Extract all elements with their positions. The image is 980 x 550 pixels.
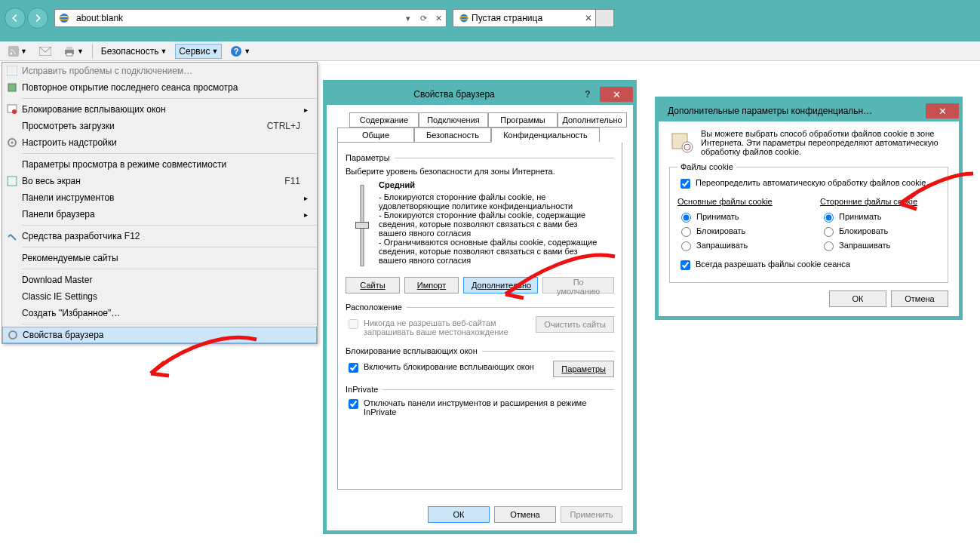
cancel-button[interactable]: Отмена (891, 290, 948, 307)
menu-browser-panels[interactable]: Панели браузера▸ (2, 206, 317, 223)
import-button[interactable]: Импорт (404, 277, 459, 293)
override-auto-checkbox[interactable] (680, 179, 690, 189)
group-inprivate: InPrivate (346, 385, 378, 394)
session-cookies-label: Всегда разрешать файлы cookie сеанса (696, 260, 850, 269)
first-block-radio[interactable] (681, 227, 691, 237)
new-tab-button[interactable] (596, 9, 614, 27)
tab-security[interactable]: Безопасность (414, 128, 491, 143)
svg-rect-9 (66, 53, 72, 56)
cookies-fieldset: Файлы cookie Переопределить автоматическ… (669, 162, 948, 283)
default-button: По умолчанию (542, 277, 614, 293)
menu-compat-view[interactable]: Параметры просмотра в режиме совместимос… (2, 156, 317, 173)
cookie-icon (669, 129, 693, 156)
enable-popup-blocker-label: Включить блокирование всплывающих окон (364, 362, 534, 371)
third-ask-radio[interactable] (824, 241, 834, 251)
intro-text: Вы можете выбрать способ обработки файло… (701, 129, 948, 156)
menu-classic-ie[interactable]: Classic IE Settings (2, 288, 317, 305)
refresh-icon[interactable]: ⟳ (416, 10, 431, 26)
tab-close-icon[interactable]: ✕ (585, 13, 592, 23)
svg-point-15 (12, 109, 17, 114)
forward-button[interactable] (27, 8, 48, 29)
ok-button[interactable]: ОК (428, 506, 490, 523)
feed-button[interactable]: ▼ (5, 44, 31, 59)
browser-tab[interactable]: Пустая страница ✕ (453, 9, 596, 27)
never-allow-location-label: Никогда не разрешать веб-сайтам запрашив… (364, 318, 530, 336)
privacy-tab-panel: Параметры Выберите уровень безопасности … (337, 143, 622, 490)
svg-point-17 (11, 142, 14, 144)
svg-point-0 (60, 14, 69, 23)
svg-point-19 (9, 331, 17, 339)
url-input[interactable] (73, 13, 401, 23)
help-button[interactable]: ?▼ (226, 43, 254, 60)
apply-button: Применить (561, 506, 622, 523)
address-bar[interactable]: ▾ ⟳ ✕ (54, 9, 447, 27)
read-mail-button[interactable] (35, 45, 55, 58)
cancel-button[interactable]: Отмена (494, 506, 556, 523)
menu-reopen-session[interactable]: Повторное открытие последнего сеанса про… (2, 79, 317, 96)
disable-inprivate-ext-label: Отключать панели инструментов и расширен… (364, 398, 614, 416)
tab-title: Пустая страница (472, 13, 542, 23)
group-popup: Блокирование всплывающих окон (346, 346, 478, 355)
advanced-button[interactable]: Дополнительно (463, 277, 538, 293)
dialog-titlebar: Свойства браузера ? ✕ (327, 84, 633, 105)
menu-download-master[interactable]: Download Master (2, 272, 317, 288)
popup-params-button[interactable]: Параметры (553, 361, 614, 377)
stop-icon[interactable]: ✕ (431, 10, 446, 26)
svg-rect-13 (8, 84, 16, 91)
tools-dropdown-menu: Исправить проблемы с подключением… Повто… (2, 62, 318, 344)
tools-menu[interactable]: Сервис▼ (175, 44, 222, 59)
close-button[interactable]: ✕ (926, 103, 959, 118)
tab-privacy[interactable]: Конфиденциальность (491, 128, 600, 143)
dialog-title: Свойства браузера (333, 89, 576, 100)
first-party-header: Основные файлы cookie (677, 197, 797, 206)
advanced-privacy-dialog: Дополнительные параметры конфиденциальн…… (658, 100, 960, 317)
menu-internet-options[interactable]: Свойства браузера (2, 327, 317, 343)
ok-button[interactable]: ОК (829, 290, 886, 307)
menu-dev-tools[interactable]: Средства разработчика F12 (2, 228, 317, 244)
print-button[interactable]: ▼ (60, 44, 88, 59)
back-button[interactable] (5, 8, 26, 29)
svg-rect-12 (7, 66, 17, 76)
first-ask-radio[interactable] (681, 241, 691, 251)
close-button[interactable]: ✕ (600, 87, 633, 102)
tab-programs[interactable]: Программы (488, 112, 558, 128)
group-location: Расположение (346, 303, 402, 312)
menu-create-favorites[interactable]: Создать "Избранное"… (2, 305, 317, 321)
tab-general[interactable]: Общие (337, 128, 414, 143)
enable-popup-blocker-checkbox[interactable] (349, 363, 358, 373)
svg-point-2 (460, 14, 468, 23)
disable-inprivate-ext-checkbox[interactable] (349, 399, 358, 409)
first-accept-radio[interactable] (681, 213, 691, 223)
dropdown-icon[interactable]: ▾ (401, 10, 416, 26)
tab-content[interactable]: Содержание (349, 112, 419, 128)
title-bar: ▾ ⟳ ✕ Пустая страница ✕ (0, 0, 980, 41)
svg-point-21 (682, 142, 693, 152)
privacy-slider[interactable] (346, 180, 379, 271)
privacy-level-label: Средний (379, 180, 415, 189)
select-level-text: Выберите уровень безопасности для зоны И… (346, 167, 614, 176)
third-block-radio[interactable] (824, 227, 834, 237)
session-cookies-checkbox[interactable] (680, 260, 690, 270)
privacy-bullet-2: - Блокируются сторонние файлы cookie, со… (379, 210, 598, 238)
help-button[interactable]: ? (576, 87, 600, 102)
menu-manage-addons[interactable]: Настроить надстройки (2, 134, 317, 151)
tab-advanced[interactable]: Дополнительно (558, 112, 627, 128)
clear-sites-button: Очистить сайты (536, 316, 614, 333)
sites-button[interactable]: Сайты (346, 277, 400, 293)
security-menu[interactable]: Безопасность▼ (97, 44, 171, 59)
third-party-header: Сторонние файлы cookie (820, 197, 940, 206)
menu-popup-blocker[interactable]: Блокирование всплывающих окон▸ (2, 101, 317, 118)
third-accept-radio[interactable] (824, 213, 834, 223)
tab-connections[interactable]: Подключения (419, 112, 488, 128)
command-bar: ▼ ▼ Безопасность▼ Сервис▼ ?▼ (0, 41, 980, 61)
never-allow-location-checkbox (349, 319, 358, 329)
svg-rect-18 (8, 177, 17, 186)
menu-recommended-sites[interactable]: Рекомендуемые сайты (2, 250, 317, 266)
svg-point-5 (11, 52, 13, 54)
svg-text:?: ? (234, 47, 239, 56)
menu-toolbars[interactable]: Панели инструментов▸ (2, 189, 317, 206)
menu-view-downloads[interactable]: Просмотреть загрузки CTRL+J (2, 118, 317, 134)
menu-fullscreen[interactable]: Во весь экран F11 (2, 173, 317, 189)
menu-fix-connection[interactable]: Исправить проблемы с подключением… (2, 63, 317, 79)
override-auto-label: Переопределить автоматическую обработку … (696, 178, 926, 187)
